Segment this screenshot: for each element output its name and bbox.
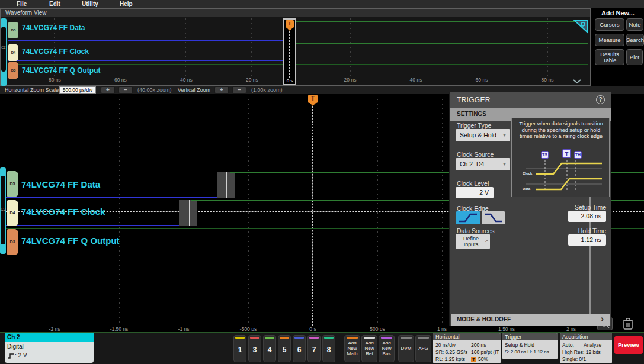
- gridline: [185, 18, 186, 76]
- channel-button-7[interactable]: 7: [307, 335, 321, 362]
- ov-axis-tick: 20 ns: [344, 77, 357, 83]
- horizontal-zoom-scale-input[interactable]: 500.00 ps/div: [59, 86, 96, 94]
- channel-button-label: 1: [234, 346, 246, 354]
- cursors-button[interactable]: Cursors: [595, 18, 624, 31]
- ch2-title: Ch 2: [5, 333, 94, 342]
- clock-source-dropdown[interactable]: Ch 2_D4 ▼: [456, 158, 510, 170]
- ov-axis-tick: 60 ns: [476, 77, 488, 83]
- acquisition-badge[interactable]: Acquisition Auto, Analyze High Res: 12 b…: [560, 333, 612, 363]
- channel-label-data: 74LVCG74 FF Data: [21, 179, 100, 189]
- channel-badge-d4[interactable]: D4: [7, 200, 18, 226]
- menu-edit[interactable]: Edit: [49, 1, 60, 7]
- afg-label: AFG: [418, 346, 428, 351]
- note-button[interactable]: Note: [626, 18, 643, 31]
- preview-button[interactable]: Preview: [614, 336, 643, 354]
- trigger-type-label: Trigger Type: [457, 122, 491, 129]
- rising-edge-button[interactable]: [456, 211, 480, 224]
- hzoom-plus-button[interactable]: +: [101, 86, 115, 94]
- dvm-button[interactable]: DVM: [398, 335, 414, 362]
- menu-file[interactable]: File: [17, 1, 27, 7]
- trigger-badge-title: Trigger: [502, 333, 558, 340]
- results-table-button[interactable]: Results Table: [595, 49, 624, 65]
- channel-label-data: 74LVCG74 FF Data: [22, 24, 85, 32]
- trigger-flag-icon[interactable]: T: [308, 95, 318, 103]
- mode-holdoff-section[interactable]: MODE & HOLDOFF ›: [451, 314, 610, 326]
- menu-utility[interactable]: Utility: [82, 1, 98, 7]
- channel-badge-d3[interactable]: D3: [8, 62, 18, 79]
- ch2-badge[interactable]: Ch 2 Digital : 2 V: [5, 333, 94, 363]
- menu-help[interactable]: Help: [120, 1, 133, 7]
- horizontal-window: 200 ns: [471, 342, 486, 348]
- channel-button-label: 3: [249, 346, 261, 354]
- gridline: [442, 99, 443, 326]
- dvm-label: DVM: [401, 346, 412, 351]
- data-high-trace: [289, 21, 588, 22]
- hzoom-factor-label: (40.00x zoom): [137, 87, 172, 93]
- trigger-flag-pointer: [310, 103, 316, 106]
- add-new-bus-button[interactable]: Add New Bus: [379, 335, 395, 362]
- clock-level-input[interactable]: 2 V: [456, 187, 494, 198]
- channel-badge-d5[interactable]: D5: [8, 22, 18, 38]
- setup-time-input[interactable]: 2.08 ns: [568, 211, 606, 222]
- vzoom-plus-button[interactable]: +: [214, 86, 229, 94]
- trigger-flag-icon[interactable]: T: [286, 20, 294, 28]
- zero-time-label: 0 s: [284, 78, 295, 83]
- add-new-math-button[interactable]: Add New Math: [344, 335, 360, 362]
- gridline: [119, 99, 120, 326]
- horizontal-badge[interactable]: Horizontal 20 ns/div 200 ns SR: 6.25 GS/…: [433, 333, 501, 363]
- zoom-overview-icon[interactable]: [573, 20, 588, 34]
- sample-rate: SR: 6.25 GS/s: [435, 349, 467, 355]
- channel-button-6[interactable]: 6: [293, 335, 306, 362]
- falling-edge-button[interactable]: [482, 211, 505, 224]
- vzoom-factor-label: (1.00x zoom): [251, 87, 283, 93]
- channel-label-qoutput: 74LVCG74 FF Q Output: [21, 236, 120, 246]
- trigger-type-dropdown[interactable]: Setup & Hold ▼: [456, 129, 510, 141]
- vzoom-minus-button[interactable]: −: [232, 86, 246, 94]
- hzoom-minus-button[interactable]: −: [118, 86, 133, 94]
- trigger-position-line: [289, 31, 290, 78]
- channel-group-handle-grip: [1, 27, 6, 72]
- gridline: [251, 18, 252, 76]
- trigger-settings-panel: TRIGGER ? SETTINGS Trigger Type Setup & …: [449, 92, 611, 326]
- ov-axis-tick: -80 ns: [47, 77, 61, 83]
- channel-button-5[interactable]: 5: [278, 335, 291, 362]
- zoom-selection-box[interactable]: T 0 s: [283, 18, 296, 85]
- ov-axis-tick: 40 ns: [410, 77, 422, 83]
- data-low-trace: [8, 40, 284, 41]
- add-new-title: Add New...: [591, 9, 644, 17]
- search-button[interactable]: Search: [626, 34, 644, 46]
- help-icon[interactable]: ?: [596, 95, 605, 104]
- trigger-badge[interactable]: Trigger Setup & Hold S: 2.08 ns H: 1.12 …: [502, 333, 558, 359]
- channel-button-4[interactable]: 4: [263, 335, 276, 362]
- add-ref-label: Add New Ref: [364, 340, 374, 356]
- trigger-flag-pointer: [287, 28, 293, 31]
- measure-button[interactable]: Measure: [595, 34, 624, 46]
- channel-button-label: 6: [293, 346, 305, 354]
- clock-source-value: Ch 2_D4: [460, 160, 484, 167]
- channel-badge-d5[interactable]: D5: [7, 171, 18, 197]
- afg-button[interactable]: AFG: [415, 335, 431, 362]
- channel-badge-d3[interactable]: D3: [7, 229, 18, 255]
- collapse-overview-chevron-icon[interactable]: [572, 79, 582, 84]
- plot-button[interactable]: Plot: [626, 49, 643, 65]
- channel-button-1[interactable]: 1: [233, 335, 246, 362]
- horizontal-zoom-scale-label: Horizontal Zoom Scale: [5, 87, 59, 93]
- channel-button-3[interactable]: 3: [248, 335, 261, 362]
- chevron-down-icon: ▼: [502, 133, 507, 137]
- channel-badge-d4[interactable]: D4: [8, 44, 18, 61]
- clock-edge-line: [189, 200, 190, 226]
- trigger-flag-icon: T: [562, 149, 571, 158]
- hold-time-input[interactable]: 1.12 ns: [568, 234, 606, 246]
- add-math-label: Add New Math: [347, 340, 358, 356]
- ch2-type: Digital: [7, 343, 24, 350]
- clock-transition-block: [179, 200, 197, 226]
- define-inputs-button[interactable]: Define Inputs ↗: [456, 234, 490, 249]
- trash-icon[interactable]: [620, 316, 636, 331]
- add-new-ref-button[interactable]: Add New Ref: [361, 335, 377, 362]
- gridline: [636, 99, 636, 326]
- trigger-description-text: Trigger when data signals transition dur…: [515, 121, 607, 140]
- setup-time-flag-icon: TS: [541, 151, 549, 159]
- main-axis-tick: 2 ns: [566, 326, 576, 331]
- channel-button-8[interactable]: 8: [322, 335, 335, 362]
- horizontal-badge-title: Horizontal: [433, 333, 501, 340]
